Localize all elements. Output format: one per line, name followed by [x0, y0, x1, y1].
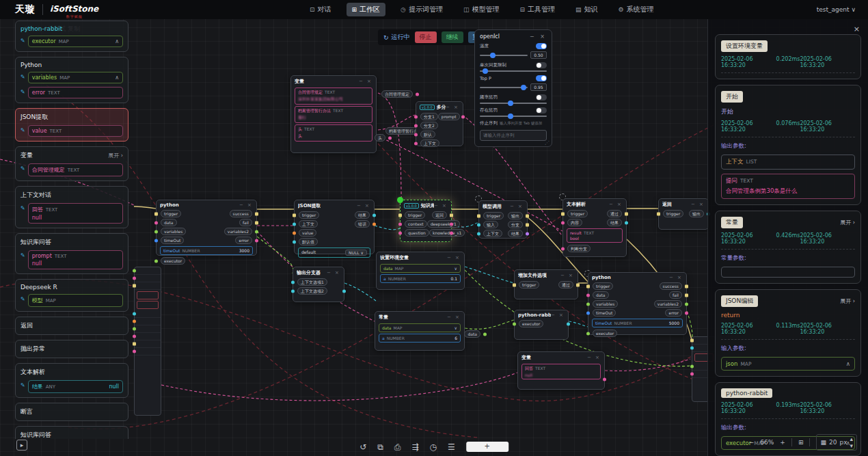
nav-workspace[interactable]: ⊞工作区	[347, 3, 386, 16]
node-constant[interactable]: 常量− × dataMAP∨ aNUMBER6 data	[375, 311, 465, 351]
field-answer[interactable]: 回答TEXTnull	[28, 203, 123, 224]
port-pill[interactable]: 分支	[508, 221, 523, 228]
edit-icon[interactable]: ✎	[21, 127, 25, 133]
param-json[interactable]: jsonMAP∧	[721, 357, 855, 371]
port-pill[interactable]: variables	[161, 228, 186, 235]
node-field[interactable]: timeOutNUMBER3000	[160, 246, 253, 255]
node-controls[interactable]: − ×	[239, 202, 253, 208]
port-pill[interactable]: 结果	[355, 211, 370, 219]
history-icon[interactable]: ◷	[430, 442, 437, 452]
port-dot[interactable]	[291, 280, 295, 284]
edit-icon[interactable]: ✎	[21, 74, 25, 80]
port-pill[interactable]: executor	[519, 320, 543, 327]
step-card-set-env[interactable]: 设置环境变量 2025-02-06 16:33:200.202ms2025-02…	[715, 34, 861, 79]
node-model-call[interactable]: 模型调用− × trigger输出 输入分支 上下文结果	[478, 200, 528, 239]
edit-icon[interactable]: ✎	[21, 38, 25, 44]
expand-link[interactable]: 展开 ›	[108, 152, 123, 159]
port-dot[interactable]	[513, 322, 516, 325]
port-pill[interactable]: executor	[593, 330, 617, 337]
port-pill[interactable]: timeOut	[593, 309, 616, 317]
output-panel-context-chat[interactable]: 上下文对话 ✎回答TEXTnull	[15, 186, 128, 228]
expand-link[interactable]: 展开 ›	[840, 297, 855, 305]
port-dot[interactable]	[477, 223, 480, 226]
node-controls[interactable]: − ×	[447, 314, 461, 320]
node-subfield[interactable]: aNUMBER0.1	[380, 274, 461, 283]
port-dot[interactable]	[586, 311, 590, 314]
port-dot[interactable]	[657, 212, 660, 215]
port-dot[interactable]	[625, 212, 628, 215]
node-field[interactable]: 档案管理暂行办法TEXT履行	[295, 106, 372, 123]
node-controls[interactable]: − ×	[510, 204, 524, 209]
port-dot[interactable]	[685, 293, 688, 297]
port-pill[interactable]: fail	[669, 291, 682, 299]
port-dot[interactable]	[513, 283, 516, 286]
output-panel-variables[interactable]: 变量展开 › ✎合同管理规定TEXT	[15, 146, 128, 181]
port-dot[interactable]	[133, 327, 136, 331]
port-pill[interactable]: 分支1	[420, 113, 438, 120]
port-pill[interactable]: success	[230, 210, 252, 217]
port-pill[interactable]: 判断分支	[567, 245, 591, 252]
node-controls[interactable]: − ×	[434, 203, 448, 209]
port-pill[interactable]: context	[405, 220, 427, 228]
node-controls[interactable]: − ×	[691, 202, 705, 207]
output-panel-return[interactable]: 返回	[15, 317, 128, 335]
node-file-option[interactable]: 增加文件选项− × trigger通过	[514, 269, 578, 299]
export-icon[interactable]: ⎙	[394, 442, 401, 452]
zoom-in-icon[interactable]: +	[780, 439, 785, 446]
port-dot[interactable]	[526, 214, 529, 217]
output-panel-deepseek[interactable]: Deepseek R ✎模型MAP	[15, 279, 128, 312]
resume-button[interactable]: 继续	[442, 31, 463, 43]
port-dot[interactable]	[414, 115, 418, 118]
fit-view-icon[interactable]: ⧉	[377, 442, 383, 452]
edit-icon[interactable]: ✎	[21, 382, 25, 388]
undo-icon[interactable]: ↺	[360, 442, 366, 452]
port-dot[interactable]	[372, 213, 376, 217]
port-pill[interactable]: trigger	[567, 210, 588, 217]
reply-limit-slider[interactable]	[480, 70, 547, 72]
node-field[interactable]: dataMAP∨	[379, 323, 461, 332]
node-field[interactable]: 回答TEXTnull	[521, 364, 601, 379]
console-toggle-button[interactable]: ▸	[16, 440, 27, 451]
node-controls[interactable]: − ×	[609, 202, 623, 207]
port-dot[interactable]	[561, 221, 565, 224]
popover-controls[interactable]: − ×	[530, 33, 547, 40]
node-python-1[interactable]: python− × triggersuccess datafail variab…	[156, 200, 257, 256]
node-collapsed-stack-left[interactable]	[134, 267, 161, 416]
field-result[interactable]: 结果ANYnull	[28, 380, 123, 393]
port-dot[interactable]	[293, 240, 296, 243]
node-field[interactable]: timeOutNUMBER5000	[592, 319, 683, 327]
port-pill[interactable]: 上下文	[299, 220, 318, 228]
presence-penalty-toggle[interactable]	[536, 107, 547, 113]
port-dot[interactable]	[133, 335, 136, 338]
node-controls[interactable]: − ×	[327, 270, 340, 276]
node-return[interactable]: 返回− × trigger输出	[658, 198, 709, 230]
port-dot[interactable]	[342, 289, 346, 293]
port-pill[interactable]: fail	[239, 219, 252, 226]
field-error[interactable]: errorTEXT	[28, 87, 123, 98]
port-dot[interactable]	[477, 232, 480, 235]
port-dot[interactable]	[293, 222, 296, 226]
output-panel-python[interactable]: Python ✎variablesMAP∧ ✎errorTEXT	[15, 57, 128, 103]
node-set-env[interactable]: 设置环境变量− × dataMAP∨ aNUMBER0.1	[376, 252, 465, 290]
port-dot[interactable]	[690, 365, 694, 368]
port-dot[interactable]	[586, 302, 590, 306]
port-pill[interactable]: 返回	[432, 211, 447, 219]
port-dot[interactable]	[255, 212, 258, 215]
node-variables-top[interactable]: 变量− × 合同管理规定TEXT深圳市某某集团有限公司 档案管理暂行办法TEXT…	[290, 75, 377, 153]
step-card-json-edit[interactable]: JSON编辑展开 › return 2025-02-06 16:33:200.1…	[715, 289, 861, 377]
port-dot[interactable]	[685, 311, 688, 314]
port-dot[interactable]	[133, 320, 136, 323]
frequency-penalty-slider[interactable]	[480, 103, 547, 104]
port-pill[interactable]: question	[405, 229, 429, 237]
node-controls[interactable]: − ×	[446, 105, 459, 110]
port-dot[interactable]	[154, 239, 158, 242]
port-dot[interactable]	[154, 259, 158, 263]
auto-layout-icon[interactable]: ⇶	[411, 442, 418, 452]
port-dot[interactable]	[154, 212, 158, 215]
port-dot[interactable]	[255, 230, 258, 233]
port-dot[interactable]	[483, 332, 487, 336]
output-panel-assert[interactable]: 断言	[15, 403, 128, 421]
port-pill[interactable]: data	[464, 330, 480, 338]
field-executor[interactable]: executorMAP∧	[28, 36, 123, 47]
node-field[interactable]: 头TEXT头	[295, 124, 372, 142]
